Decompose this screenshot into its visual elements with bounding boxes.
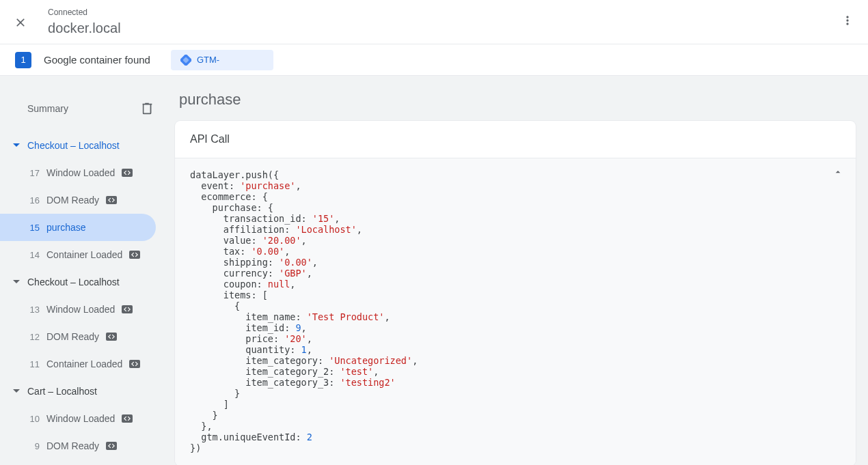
sidebar-group-header[interactable]: Cart – Localhost [0,378,164,405]
event-index: 9 [27,441,40,451]
gtm-logo-icon [180,55,191,66]
sidebar-group-name: Checkout – Localhost [27,140,120,151]
sidebar-event-item[interactable]: 10Window Loaded [0,405,156,432]
code-icon [129,251,140,259]
chevron-down-icon [10,142,23,149]
event-index: 11 [27,359,40,369]
code-icon [106,442,117,450]
event-name: purchase [46,222,86,233]
sidebar-event-item[interactable]: 11Container Loaded [0,350,156,378]
api-call-code: dataLayer.push({ event: 'purchase', ecom… [175,158,856,465]
sidebar-event-item[interactable]: 16DOM Ready [0,186,156,214]
body-area: Summary Checkout – Localhost17Window Loa… [0,76,868,465]
event-name: Window Loaded [46,413,115,424]
connection-host: docker.local [48,19,121,37]
sidebar-event-item[interactable]: 9DOM Ready [0,432,156,460]
event-index: 17 [27,168,40,178]
sidebar-group-header[interactable]: Checkout – Localhost [0,132,164,159]
code-icon [122,305,133,313]
event-index: 13 [27,305,40,315]
gtm-container-id: GTM- [197,55,219,65]
sidebar-event-item[interactable]: 13Window Loaded [0,296,156,323]
api-call-code-panel: dataLayer.push({ event: 'purchase', ecom… [175,158,856,465]
event-name: DOM Ready [46,195,99,206]
sidebar-event-item[interactable]: 14Container Loaded [0,241,156,268]
connection-status-label: Connected [48,7,121,18]
sidebar: Summary Checkout – Localhost17Window Loa… [0,76,164,465]
code-icon [106,333,117,341]
sidebar-group-name: Checkout – Localhost [27,277,120,287]
collapse-icon[interactable] [832,167,843,180]
close-icon[interactable] [12,14,29,31]
event-index: 12 [27,332,40,342]
sidebar-group-name: Cart – Localhost [27,386,97,397]
main-area: purchase API Call dataLayer.push({ event… [164,76,868,465]
summary-label: Summary [27,103,68,114]
code-icon [129,360,140,368]
page-title: purchase [179,91,856,109]
event-index: 15 [27,223,40,233]
event-name: Window Loaded [46,304,115,315]
gtm-container-chip[interactable]: GTM- [171,50,273,70]
svg-rect-2 [141,102,143,115]
api-call-card-title: API Call [175,121,856,158]
connection-info: Connected docker.local [48,7,121,37]
code-icon [122,169,133,177]
event-index: 10 [27,414,40,424]
event-name: Container Loaded [46,358,122,369]
summary-item[interactable]: Summary [0,95,164,122]
sidebar-event-item[interactable]: 8Container Loaded [0,460,156,465]
sidebar-event-item[interactable]: 12DOM Ready [0,323,156,350]
chevron-down-icon [10,388,23,395]
chevron-down-icon [10,279,23,285]
event-name: Container Loaded [46,249,122,260]
event-index: 16 [27,195,40,206]
code-icon [106,196,117,204]
containers-found-bar: 1 Google container found GTM- [0,44,868,76]
sidebar-event-item[interactable]: 15purchase [0,214,156,241]
containers-found-text: Google container found [44,54,150,66]
clear-events-icon[interactable] [139,101,154,116]
event-name: Window Loaded [46,167,115,178]
sidebar-event-item[interactable]: 17Window Loaded [0,159,156,186]
more-menu-icon[interactable] [841,14,854,29]
event-name: DOM Ready [46,331,99,342]
sidebar-group-header[interactable]: Checkout – Localhost [0,268,164,296]
event-name: DOM Ready [46,440,99,451]
code-icon [122,414,133,423]
api-call-card: API Call dataLayer.push({ event: 'purcha… [175,121,856,465]
top-bar: Connected docker.local [0,0,868,44]
event-index: 14 [27,250,40,260]
container-count-badge: 1 [15,52,31,68]
